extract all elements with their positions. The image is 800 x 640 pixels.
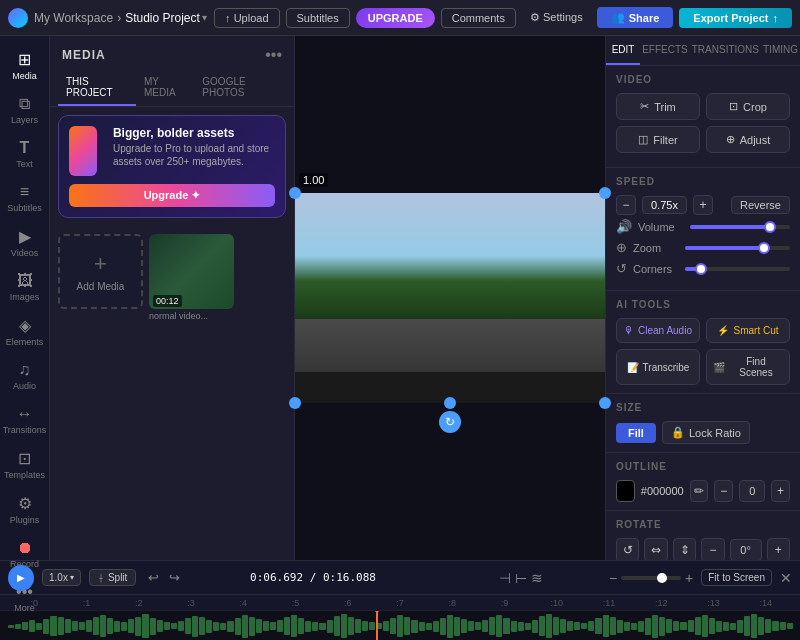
tab-timing[interactable]: TIMING [761,36,800,65]
workspace-label[interactable]: My Workspace [34,11,113,25]
ai-tools-section: AI TOOLS 🎙 Clean Audio ⚡ Smart Cut 📝 Tra… [606,290,800,393]
media-thumbnail[interactable]: 00:12 [149,234,234,309]
upload-button[interactable]: ↑ Upload [214,8,279,28]
zoom-icon: ⊕ [616,240,627,255]
sidebar-item-label: Images [10,292,40,302]
volume-slider[interactable] [690,225,790,229]
tab-effects[interactable]: EFFECTS [640,36,690,65]
corners-thumb[interactable] [695,263,707,275]
export-button[interactable]: Export Project ↑ [679,8,792,28]
pen-button[interactable]: ✏ [690,480,709,502]
speed-minus-button[interactable]: − [616,195,636,215]
playback-speed-control[interactable]: 1.0x ▾ [42,569,81,586]
sidebar-item-text[interactable]: T Text [3,133,47,175]
breadcrumb: My Workspace › Studio Project ▾ [34,11,207,25]
flip-vertical-button[interactable]: ⇕ [673,538,696,560]
sidebar-item-plugins[interactable]: ⚙ Plugins [3,488,47,531]
playhead[interactable] [376,611,378,640]
upgrade-card-image [69,126,97,176]
sidebar-item-layers[interactable]: ⧉ Layers [3,89,47,131]
volume-thumb[interactable] [764,221,776,233]
waveform-bar [758,617,764,635]
subtitles-button[interactable]: Subtitles [286,8,350,28]
lock-ratio-button[interactable]: 🔒 Lock Ratio [662,421,750,444]
fill-button[interactable]: Fill [616,423,656,443]
tab-my-media[interactable]: MY MEDIA [136,70,194,106]
corners-slider[interactable] [685,267,790,271]
outline-value-input[interactable] [739,480,765,502]
sidebar-item-templates[interactable]: ⊡ Templates [3,443,47,486]
zoom-plus-button[interactable]: + [685,570,693,586]
resize-handle-tl[interactable] [289,187,301,199]
add-media-label: Add Media [77,281,125,292]
waveform-bar [135,617,141,636]
total-time: 0:16.088 [323,571,376,584]
filter-button[interactable]: ◫ Filter [616,126,700,153]
video-section: VIDEO ✂ Trim ⊡ Crop ◫ Filter ⊕ Adjust [606,66,800,167]
rotate-ccw-button[interactable]: ↺ [616,538,639,560]
share-button[interactable]: 👥 Share [597,7,674,28]
close-timeline-button[interactable]: ✕ [780,570,792,586]
redo-button[interactable]: ↪ [165,568,184,587]
outline-color-swatch[interactable] [616,480,635,502]
upgrade-button[interactable]: UPGRADE [356,8,435,28]
outline-plus-button[interactable]: + [771,480,790,502]
resize-handle-bl[interactable] [289,397,301,409]
crop-button[interactable]: ⊡ Crop [706,93,790,120]
sidebar-item-media[interactable]: ⊞ Media [3,44,47,87]
trim-button[interactable]: ✂ Trim [616,93,700,120]
waveform-bar [362,621,368,631]
time-display: 0:06.692 / 0:16.088 [250,571,376,584]
speed-plus-button[interactable]: + [693,195,713,215]
adjust-button[interactable]: ⊕ Adjust [706,126,790,153]
tab-google-photos[interactable]: GOOGLE PHOTOS [194,70,286,106]
rotate-handle[interactable]: ↻ [439,411,461,433]
clean-audio-button[interactable]: 🎙 Clean Audio [616,318,700,343]
waveform-bar [86,620,92,632]
rotate-plus-button[interactable]: + [767,538,790,560]
rotation-angle-input[interactable] [730,539,762,560]
waveform-bar [206,620,212,633]
outline-row: #000000 ✏ − + [616,480,790,502]
zoom-slider[interactable] [685,246,790,250]
reverse-button[interactable]: Reverse [731,196,790,214]
rotate-minus-button[interactable]: − [701,538,724,560]
outline-minus-button[interactable]: − [714,480,733,502]
find-scenes-button[interactable]: 🎬 Find Scenes [706,349,790,385]
comments-button[interactable]: Comments [441,8,516,28]
smart-cut-button[interactable]: ⚡ Smart Cut [706,318,790,343]
add-media-button[interactable]: + Add Media [58,234,143,309]
split-button[interactable]: ⟊ Split [89,569,136,586]
undo-button[interactable]: ↩ [144,568,163,587]
timeline-track[interactable] [0,611,800,640]
resize-handle-br[interactable] [599,397,611,409]
zoom-thumb[interactable] [657,573,667,583]
sidebar-item-transitions[interactable]: ↔ Transitions [3,399,47,441]
zoom-thumb[interactable] [758,242,770,254]
play-button[interactable]: ▶ [8,565,34,591]
waveform-bar [610,617,616,635]
transcribe-button[interactable]: 📝 Transcribe [616,349,700,385]
upgrade-card-button[interactable]: Upgrade ✦ [69,184,275,207]
sidebar-item-elements[interactable]: ◈ Elements [3,310,47,353]
resize-handle-tr[interactable] [599,187,611,199]
sidebar-item-videos[interactable]: ▶ Videos [3,221,47,264]
sidebar-item-audio[interactable]: ♫ Audio [3,355,47,397]
sidebar-item-images[interactable]: 🖼 Images [3,266,47,308]
ruler-mark: :1 [60,598,112,608]
fit-to-screen-button[interactable]: Fit to Screen [701,569,772,586]
waveform-bar [560,619,566,633]
resize-handle-bc[interactable] [444,397,456,409]
tab-this-project[interactable]: THIS PROJECT [58,70,136,106]
media-panel-menu[interactable]: ••• [265,46,282,64]
split-icon: ⟊ [98,572,104,583]
zoom-minus-button[interactable]: − [609,570,617,586]
tab-edit[interactable]: EDIT [606,36,640,65]
waveform-bar [93,617,99,635]
tab-transitions[interactable]: TRANSITIONS [690,36,761,65]
zoom-slider[interactable] [621,576,681,580]
sidebar-item-subtitles[interactable]: ≡ Subtitles [3,177,47,219]
flip-horizontal-button[interactable]: ⇔ [644,538,667,560]
project-label[interactable]: Studio Project ▾ [125,11,207,25]
settings-button[interactable]: ⚙ Settings [522,8,591,27]
